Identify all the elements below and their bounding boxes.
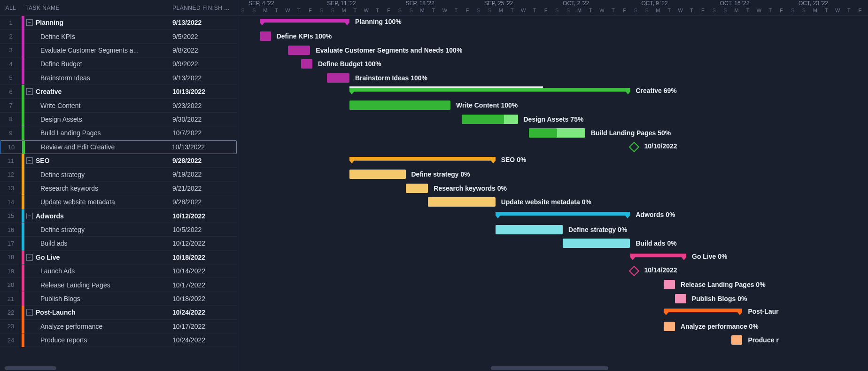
planned-finish[interactable]: 10/13/2022 (168, 143, 236, 151)
row-number[interactable]: 7 (0, 102, 22, 109)
gantt-row[interactable]: Release Landing Pages 0% (237, 278, 868, 292)
row-number[interactable]: 15 (0, 212, 22, 219)
row-number[interactable]: 23 (0, 323, 22, 330)
planned-finish[interactable]: 9/21/2022 (169, 185, 237, 192)
task-name-cell[interactable]: Evaluate Customer Segments a... (22, 43, 169, 57)
task-name-cell[interactable]: Define strategy (22, 168, 169, 181)
collapse-icon[interactable]: − (26, 254, 33, 261)
gantt-row[interactable]: Publish Blogs 0% (237, 292, 868, 306)
planned-finish[interactable]: 10/24/2022 (169, 336, 237, 344)
row-number[interactable]: 4 (0, 61, 22, 68)
task-row[interactable]: 12Define strategy9/19/2022 (0, 168, 237, 181)
gantt-row[interactable]: Build ads 0% (237, 237, 868, 250)
row-number[interactable]: 6 (0, 88, 22, 95)
planned-finish[interactable]: 9/5/2022 (169, 33, 237, 40)
gantt-row[interactable]: Creative 69% (237, 85, 868, 99)
task-row[interactable]: 18−Go Live10/18/2022 (0, 251, 237, 264)
planned-finish[interactable]: 10/14/2022 (169, 267, 237, 275)
row-number[interactable]: 1 (0, 19, 22, 26)
task-bar[interactable]: Produce r (731, 335, 743, 345)
task-name-cell[interactable]: −Creative (22, 85, 169, 99)
planned-finish[interactable]: 10/24/2022 (169, 309, 237, 316)
collapse-icon[interactable]: − (26, 157, 33, 164)
task-row[interactable]: 13Research keywords9/21/2022 (0, 182, 237, 195)
summary-bar[interactable]: SEO 0% (349, 157, 496, 161)
milestone-diamond[interactable] (628, 266, 639, 277)
planned-finish[interactable]: 10/12/2022 (169, 240, 237, 247)
planned-finish[interactable]: 9/9/2022 (169, 60, 237, 68)
row-number[interactable]: 16 (0, 226, 22, 233)
planned-finish[interactable]: 10/17/2022 (169, 323, 237, 330)
planned-finish[interactable]: 10/18/2022 (169, 295, 237, 302)
task-row[interactable]: 7Write Content9/23/2022 (0, 99, 237, 112)
row-number[interactable]: 21 (0, 295, 22, 302)
task-name-cell[interactable]: Produce reports (22, 333, 169, 347)
task-row[interactable]: 9Build Landing Pages10/7/2022 (0, 126, 237, 140)
gantt-row[interactable]: Define strategy 0% (237, 168, 868, 181)
planned-finish[interactable]: 10/7/2022 (169, 129, 237, 137)
task-name-cell[interactable]: Analyze performance (22, 319, 169, 333)
milestone-diamond[interactable] (628, 141, 639, 152)
task-bar[interactable]: Evaluate Customer Segments and Needs 100… (288, 46, 310, 55)
gantt-row[interactable]: 10/14/2022 (237, 264, 868, 278)
task-row[interactable]: 6−Creative10/13/2022 (0, 85, 237, 99)
planned-finish[interactable]: 9/28/2022 (169, 198, 237, 206)
task-bar[interactable]: Research keywords 0% (406, 184, 428, 193)
task-row[interactable]: 22−Post-Launch10/24/2022 (0, 306, 237, 319)
task-name-cell[interactable]: −Post-Launch (22, 306, 169, 319)
planned-finish[interactable]: 9/28/2022 (169, 157, 237, 164)
collapse-icon[interactable]: − (26, 309, 33, 316)
task-row[interactable]: 16Define strategy10/5/2022 (0, 223, 237, 237)
gantt-row[interactable]: Post-Laur (237, 306, 868, 319)
task-name-cell[interactable]: −Go Live (22, 250, 169, 264)
summary-bar[interactable]: Creative 69% (349, 88, 630, 92)
task-name-cell[interactable]: Design Assets (22, 112, 169, 126)
row-number[interactable]: 24 (0, 337, 22, 344)
grid-body[interactable]: 1−Planning9/13/20222Define KPIs9/5/20223… (0, 16, 237, 371)
gantt-row[interactable]: Define KPIs 100% (237, 30, 868, 43)
task-bar[interactable]: Brainstorm Ideas 100% (327, 73, 349, 83)
planned-finish[interactable]: 10/5/2022 (169, 226, 237, 233)
task-name-cell[interactable]: Build ads (22, 237, 169, 250)
task-bar[interactable]: Define strategy 0% (349, 170, 406, 179)
task-row[interactable]: 4Define Budget9/9/2022 (0, 57, 237, 71)
gantt-row[interactable]: Define Budget 100% (237, 57, 868, 71)
task-bar[interactable]: Publish Blogs 0% (675, 294, 686, 303)
row-number[interactable]: 13 (0, 185, 22, 192)
task-row[interactable]: 14Update website metadata9/28/2022 (0, 195, 237, 209)
task-bar[interactable]: Write Content 100% (349, 100, 450, 110)
gantt-row[interactable]: Research keywords 0% (237, 182, 868, 195)
col-task-name[interactable]: TASK NAME (22, 5, 169, 11)
task-bar[interactable]: Build ads 0% (563, 239, 630, 248)
planned-finish[interactable]: 10/13/2022 (169, 88, 237, 95)
planned-finish[interactable]: 10/18/2022 (169, 254, 237, 261)
task-name-cell[interactable]: Build Landing Pages (22, 126, 169, 140)
task-name-cell[interactable]: Define strategy (22, 223, 169, 237)
task-row[interactable]: 3Evaluate Customer Segments a...9/8/2022 (0, 44, 237, 57)
gantt-row[interactable]: Analyze performance 0% (237, 320, 868, 333)
summary-bar[interactable]: Post-Laur (664, 309, 742, 312)
task-row[interactable]: 17Build ads10/12/2022 (0, 237, 237, 250)
task-row[interactable]: 8Design Assets9/30/2022 (0, 113, 237, 126)
row-number[interactable]: 19 (0, 268, 22, 275)
col-all[interactable]: ALL (0, 5, 22, 11)
task-row[interactable]: 21Publish Blogs10/18/2022 (0, 292, 237, 306)
task-row[interactable]: 15−Adwords10/12/2022 (0, 209, 237, 223)
gantt-row[interactable]: Adwords 0% (237, 209, 868, 223)
row-number[interactable]: 20 (0, 281, 22, 288)
planned-finish[interactable]: 9/13/2022 (169, 74, 237, 82)
task-bar[interactable]: Analyze performance 0% (664, 322, 675, 331)
gantt-body[interactable]: Planning 100%Define KPIs 100%Evaluate Cu… (237, 16, 868, 347)
task-name-cell[interactable]: −Planning (22, 16, 169, 30)
summary-bar[interactable]: Adwords 0% (496, 212, 630, 216)
gantt-row[interactable]: SEO 0% (237, 154, 868, 168)
planned-finish[interactable]: 9/30/2022 (169, 116, 237, 123)
collapse-icon[interactable]: − (26, 19, 33, 26)
gantt-row[interactable]: Define strategy 0% (237, 223, 868, 237)
task-name-cell[interactable]: Publish Blogs (22, 292, 169, 306)
row-number[interactable]: 9 (0, 130, 22, 137)
gantt-row[interactable]: Evaluate Customer Segments and Needs 100… (237, 44, 868, 57)
task-bar[interactable]: Design Assets 75% (462, 115, 518, 124)
planned-finish[interactable]: 9/13/2022 (169, 19, 237, 26)
row-number[interactable]: 22 (0, 309, 22, 316)
